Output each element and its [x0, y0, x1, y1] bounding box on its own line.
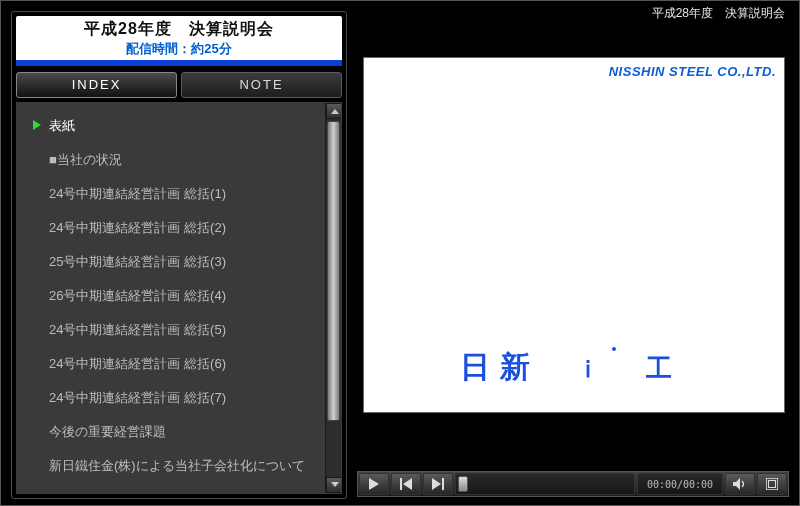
list-item[interactable]: ■当社の状況 [27, 143, 325, 177]
tab-note[interactable]: NOTE [181, 72, 342, 98]
svg-marker-3 [432, 478, 441, 490]
header-divider [16, 60, 342, 66]
header-title: 平成28年度 決算説明会 [16, 19, 342, 40]
list-item[interactable]: 新日鐵住金(株)による当社子会社化について [27, 449, 325, 483]
svg-marker-2 [403, 478, 412, 490]
svg-rect-6 [766, 478, 778, 490]
header: 平成28年度 決算説明会 配信時間：約25分 [16, 16, 342, 60]
play-button[interactable] [359, 473, 389, 495]
slide-title-glyphs: 日新 ｉ 工 [460, 347, 682, 388]
slide-glyph-2-text: ｉ [576, 355, 610, 382]
tab-index[interactable]: INDEX [16, 72, 177, 98]
prev-button[interactable] [391, 473, 421, 495]
seek-knob[interactable] [458, 476, 468, 492]
slide-glyph-2: ｉ [576, 353, 610, 385]
fullscreen-button[interactable] [757, 473, 787, 495]
list-item[interactable]: 24号中期連結経営計画 総括(5) [27, 313, 325, 347]
scrollbar[interactable] [325, 103, 341, 493]
list-item[interactable]: 表紙 [27, 109, 325, 143]
slide-viewport: NISSHIN STEEL CO.,LTD. 日新 ｉ 工 [363, 57, 785, 413]
svg-marker-5 [733, 478, 740, 490]
volume-button[interactable] [725, 473, 755, 495]
player-bar: 00:00/00:00 [357, 471, 789, 497]
left-panel: 平成28年度 決算説明会 配信時間：約25分 INDEX NOTE 表紙■当社の… [11, 11, 347, 499]
svg-rect-1 [400, 478, 402, 490]
list-item[interactable]: ■平成28年度決算の概要 [27, 483, 325, 493]
svg-rect-7 [769, 481, 776, 488]
seek-bar[interactable] [455, 473, 635, 495]
slide-glyph-3: 工 [646, 351, 682, 386]
tabs: INDEX NOTE [16, 72, 342, 98]
time-display: 00:00/00:00 [637, 473, 723, 495]
skip-forward-icon [432, 478, 444, 490]
next-button[interactable] [423, 473, 453, 495]
scroll-thumb[interactable] [327, 121, 340, 421]
window-title: 平成28年度 決算説明会 [652, 5, 785, 22]
index-list: 表紙■当社の状況24号中期連結経営計画 総括(1)24号中期連結経営計画 総括(… [17, 103, 325, 493]
slide-glyph-1: 日新 [460, 347, 540, 388]
list-item[interactable]: 24号中期連結経営計画 総括(6) [27, 347, 325, 381]
slide-glyph-dot [612, 347, 616, 351]
list-item[interactable]: 24号中期連結経営計画 総括(7) [27, 381, 325, 415]
svg-marker-0 [369, 478, 379, 490]
index-list-container: 表紙■当社の状況24号中期連結経営計画 総括(1)24号中期連結経営計画 総括(… [16, 102, 342, 494]
scroll-down-button[interactable] [326, 477, 342, 493]
list-item[interactable]: 24号中期連結経営計画 総括(1) [27, 177, 325, 211]
fullscreen-icon [766, 478, 778, 490]
header-subtitle: 配信時間：約25分 [16, 40, 342, 58]
scroll-up-button[interactable] [326, 103, 342, 119]
volume-icon [733, 478, 747, 490]
play-icon [369, 478, 379, 490]
svg-rect-4 [442, 478, 444, 490]
company-brand: NISSHIN STEEL CO.,LTD. [609, 64, 776, 79]
list-item[interactable]: 25号中期連結経営計画 総括(3) [27, 245, 325, 279]
skip-back-icon [400, 478, 412, 490]
list-item[interactable]: 26号中期連結経営計画 総括(4) [27, 279, 325, 313]
list-item[interactable]: 今後の重要経営課題 [27, 415, 325, 449]
list-item[interactable]: 24号中期連結経営計画 総括(2) [27, 211, 325, 245]
